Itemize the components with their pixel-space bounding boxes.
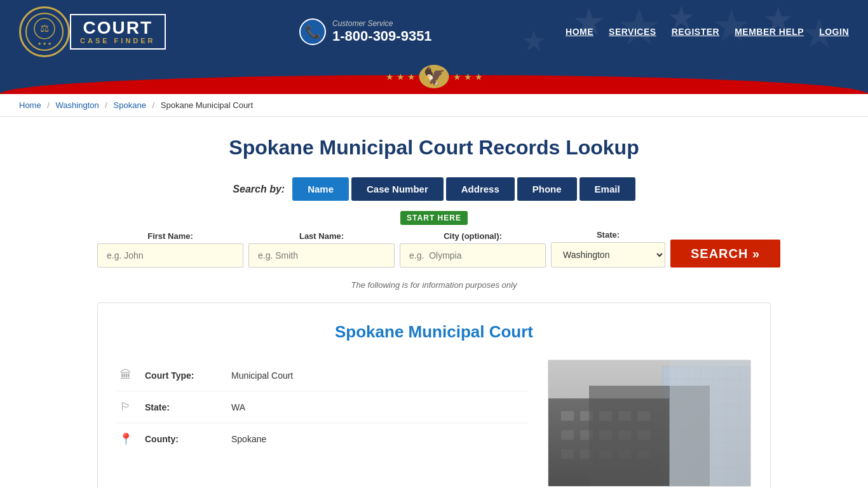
last-name-label: Last Name: [248, 231, 395, 241]
breadcrumb-state[interactable]: Washington [56, 100, 99, 110]
svg-rect-33 [599, 430, 612, 440]
start-here-badge: START HERE [400, 211, 468, 225]
logo-text: COURT CASE FINDER [70, 14, 166, 50]
state-field-label: State: [145, 402, 221, 412]
city-input[interactable] [400, 243, 546, 268]
logo-court-text: COURT [83, 19, 153, 37]
svg-rect-40 [637, 449, 650, 459]
main-content: Spokane Municipal Court Records Lookup S… [85, 117, 783, 488]
svg-rect-10 [663, 367, 751, 487]
last-name-input[interactable] [248, 243, 395, 268]
location-icon: 📍 [117, 432, 135, 446]
info-row-court-type: 🏛 Court Type: Municipal Court [117, 360, 529, 391]
first-name-group: First Name: [97, 231, 243, 268]
nav-member-help[interactable]: MEMBER HELP [735, 27, 804, 37]
breadcrumb-home[interactable]: Home [19, 100, 41, 110]
svg-rect-29 [618, 411, 631, 421]
phone-label: Customer Service [332, 19, 432, 28]
building-icon: 🏛 [117, 369, 135, 382]
breadcrumb-sep-2: / [105, 100, 107, 110]
flag-icon: 🏳 [117, 400, 135, 414]
county-label: County: [145, 434, 221, 444]
breadcrumb: Home / Washington / Spokane / Spokane Mu… [0, 94, 868, 117]
tab-email[interactable]: Email [580, 177, 635, 201]
site-header: ★ ★ ★ ★ ★ ★ ★ ⚖ ★ ★ ★ COURT CASE FINDE [0, 0, 868, 64]
breadcrumb-sep-1: / [47, 100, 50, 110]
search-section: Search by: Name Case Number Address Phon… [97, 177, 771, 268]
info-row-county: 📍 County: Spokane [117, 423, 529, 455]
breadcrumb-city[interactable]: Spokane [114, 100, 146, 110]
search-button[interactable]: SEARCH » [670, 240, 780, 268]
nav-register[interactable]: REGISTER [672, 27, 720, 37]
tab-address[interactable]: Address [446, 177, 515, 201]
last-name-group: Last Name: [248, 231, 395, 268]
state-field-value: WA [231, 402, 245, 412]
breadcrumb-current: Spokane Municipal Court [161, 100, 253, 110]
search-by-row: Search by: Name Case Number Address Phon… [97, 177, 771, 201]
star-row-left: ★★★ [386, 72, 416, 82]
svg-rect-34 [618, 430, 631, 440]
main-nav: HOME SERVICES REGISTER MEMBER HELP LOGIN [566, 27, 849, 37]
svg-text:★: ★ [712, 1, 752, 51]
svg-rect-36 [561, 449, 574, 459]
court-info-card: Spokane Municipal Court 🏛 Court Type: Mu… [97, 302, 771, 488]
search-by-label: Search by: [233, 184, 285, 195]
svg-rect-35 [637, 430, 650, 440]
phone-area: 📞 Customer Service 1-800-309-9351 [299, 18, 432, 45]
city-label: City (optional): [400, 231, 546, 241]
court-type-value: Municipal Court [231, 370, 293, 381]
svg-rect-38 [599, 449, 612, 459]
state-group: State: Washington Alabama Alaska Arizona… [551, 230, 665, 268]
nav-login[interactable]: LOGIN [819, 27, 849, 37]
svg-rect-28 [599, 411, 612, 421]
logo-badge: ⚖ ★ ★ ★ [19, 6, 70, 57]
phone-details: Customer Service 1-800-309-9351 [332, 19, 432, 44]
disclaimer: The following is for information purpose… [97, 280, 771, 290]
tab-case-number[interactable]: Case Number [351, 177, 444, 201]
banner-wave: ★★★ 🦅 ★★★ [0, 64, 868, 94]
phone-icon: 📞 [299, 18, 326, 45]
svg-text:⚖: ⚖ [40, 23, 49, 34]
site-logo[interactable]: ⚖ ★ ★ ★ COURT CASE FINDER [19, 6, 166, 57]
svg-rect-27 [580, 411, 593, 421]
info-details: 🏛 Court Type: Municipal Court 🏳 State: W… [117, 360, 529, 487]
first-name-label: First Name: [97, 231, 243, 241]
logo-inner: ⚖ ★ ★ ★ [25, 13, 64, 51]
nav-home[interactable]: HOME [566, 27, 593, 37]
tab-phone[interactable]: Phone [517, 177, 577, 201]
building-silhouette [548, 360, 750, 486]
nav-services[interactable]: SERVICES [609, 27, 656, 37]
breadcrumb-sep-3: / [153, 100, 155, 110]
svg-rect-39 [618, 449, 631, 459]
first-name-input[interactable] [97, 243, 243, 268]
phone-number: 1-800-309-9351 [332, 28, 432, 44]
info-card-body: 🏛 Court Type: Municipal Court 🏳 State: W… [117, 360, 751, 487]
state-label: State: [551, 230, 665, 240]
tab-name[interactable]: Name [292, 177, 349, 201]
info-row-state: 🏳 State: WA [117, 391, 529, 423]
state-select[interactable]: Washington Alabama Alaska Arizona Califo… [551, 242, 665, 268]
court-card-title: Spokane Municipal Court [117, 322, 751, 342]
search-form-row: First Name: Last Name: City (optional): … [97, 230, 771, 268]
logo-case-finder-text: CASE FINDER [80, 37, 156, 44]
svg-text:★: ★ [521, 25, 546, 57]
svg-rect-26 [561, 411, 574, 421]
county-value: Spokane [231, 434, 266, 444]
svg-rect-31 [561, 430, 574, 440]
page-title: Spokane Municipal Court Records Lookup [97, 136, 771, 159]
star-row-right: ★★★ [453, 72, 483, 82]
search-form-area: START HERE First Name: Last Name: City (… [97, 211, 771, 268]
svg-rect-32 [580, 430, 593, 440]
court-image [548, 360, 751, 487]
svg-rect-30 [637, 411, 650, 421]
svg-rect-37 [580, 449, 593, 459]
city-group: City (optional): [400, 231, 546, 268]
eagle-center: ★★★ 🦅 ★★★ [386, 65, 483, 88]
eagle-icon: 🦅 [419, 65, 449, 88]
court-type-label: Court Type: [145, 370, 221, 381]
